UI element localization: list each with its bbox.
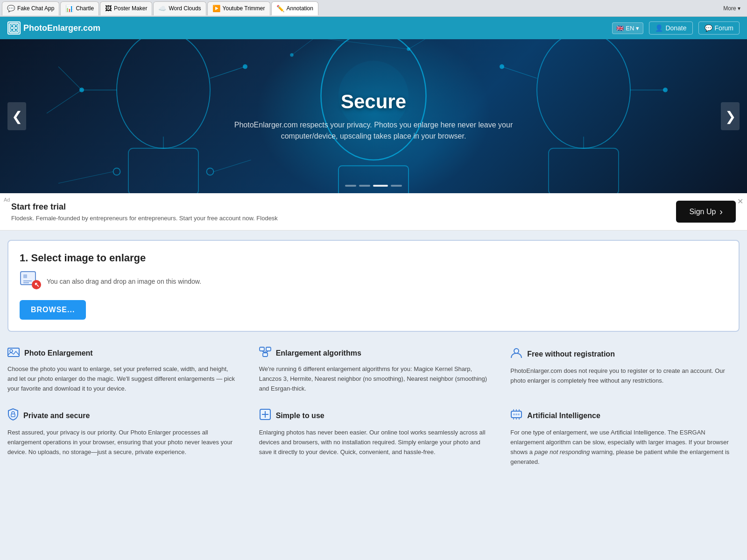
browse-label: BROWSE... [31, 306, 75, 314]
youtube-icon: ▶️ [212, 5, 220, 12]
hero-carousel: ❮ Secure PhotoEnlarger.com respects your… [0, 39, 747, 193]
feature-algorithms: Enlargement algorithms We're running 6 d… [259, 347, 488, 393]
algorithms-icon [259, 347, 271, 360]
feature-ai-title: Artificial Intelligence [527, 412, 600, 420]
carousel-dot-4[interactable] [391, 185, 402, 187]
tab-word-clouds-label: Word Clouds [169, 5, 201, 12]
drag-hint-text: You can also drag and drop an image on t… [47, 278, 201, 285]
feature-algo-title: Enlargement algorithms [276, 349, 361, 357]
svg-point-15 [207, 168, 214, 175]
donate-icon: 👤 [655, 24, 663, 32]
svg-rect-46 [263, 353, 268, 357]
svg-rect-45 [266, 347, 271, 351]
feature-photo-title: Photo Enlargement [24, 349, 93, 357]
svg-rect-12 [128, 148, 198, 193]
ad-banner: Ad Start free trial Flodesk. Female-foun… [0, 193, 747, 231]
donate-label: Donate [665, 24, 686, 32]
next-arrow-icon: ❯ [725, 109, 736, 124]
carousel-dot-1[interactable] [345, 185, 356, 187]
ad-cta-label: Sign Up [689, 208, 716, 216]
svg-point-9 [243, 64, 247, 69]
ad-cta-arrow-icon: › [719, 206, 723, 217]
chevron-down-icon: ▾ [636, 25, 639, 32]
annotation-icon: ✏️ [276, 5, 284, 12]
forum-button[interactable]: 💬 Forum [698, 21, 740, 35]
feature-simple-desc: Enlarging photos has never been easier. … [259, 428, 488, 457]
private-secure-icon [7, 408, 19, 423]
chartle-icon: 📊 [65, 5, 73, 12]
svg-line-7 [210, 67, 245, 78]
browser-tabs-bar: 💬 Fake Chat App 📊 Chartle 🖼 Poster Maker… [0, 0, 747, 17]
svg-point-22 [500, 64, 504, 69]
feature-ai-desc: For one type of enlargement, we use Arti… [510, 428, 740, 467]
browse-button[interactable]: BROWSE... [20, 300, 86, 320]
ad-signup-button[interactable]: Sign Up › [676, 201, 736, 223]
lang-label: EN [626, 25, 634, 32]
tab-poster-maker-label: Poster Maker [114, 5, 147, 12]
poster-maker-icon: 🖼 [105, 5, 112, 12]
photo-enlargement-icon [7, 347, 20, 360]
fake-chat-icon: 💬 [7, 5, 15, 12]
svg-rect-23 [549, 148, 619, 193]
tab-youtube-label: Youtube Trimmer [223, 5, 265, 12]
feature-algo-desc: We're running 6 different enlargement al… [259, 364, 488, 393]
svg-line-10 [47, 90, 82, 113]
svg-rect-1 [11, 25, 14, 28]
svg-rect-4 [14, 28, 17, 31]
carousel-next-button[interactable]: ❯ [721, 102, 740, 130]
tab-chartle[interactable]: 📊 Chartle [60, 1, 99, 15]
main-content: 1. Select image to enlarge ↖ You can als… [0, 231, 747, 480]
more-tabs-button[interactable]: More ▾ [719, 3, 745, 14]
prev-arrow-icon: ❮ [12, 109, 22, 124]
svg-line-11 [58, 67, 82, 90]
svg-point-64 [518, 413, 520, 415]
carousel-dot-2[interactable] [359, 185, 370, 187]
tab-poster-maker[interactable]: 🖼 Poster Maker [100, 1, 152, 15]
feature-simple-title: Simple to use [276, 412, 324, 420]
ad-description: Flodesk. Female-founded by entrepreneurs… [11, 215, 667, 222]
carousel-dot-3[interactable] [373, 185, 388, 187]
tab-fake-chat-label: Fake Chat App [17, 5, 54, 12]
svg-rect-3 [11, 28, 14, 31]
tab-youtube-trimmer[interactable]: ▶️ Youtube Trimmer [207, 1, 270, 15]
forum-label: Forum [715, 24, 733, 32]
logo-icon [7, 21, 21, 35]
flag-icon: 🇬🇧 [616, 25, 624, 32]
svg-rect-2 [14, 25, 17, 28]
carousel-prev-button[interactable]: ❮ [7, 102, 26, 130]
ad-title: Start free trial [11, 202, 667, 212]
svg-rect-42 [8, 348, 19, 357]
tab-fake-chat[interactable]: 💬 Fake Chat App [2, 1, 59, 15]
drag-drop-icon: ↖ [20, 271, 42, 292]
select-title: 1. Select image to enlarge [20, 252, 727, 264]
svg-rect-37 [23, 274, 27, 278]
svg-rect-44 [260, 347, 264, 351]
donate-button[interactable]: 👤 Donate [649, 21, 692, 35]
feature-free-title: Free without registration [527, 350, 615, 358]
feature-free-desc: PhotoEnlarger.com does not require you t… [510, 366, 740, 386]
hero-text: Secure PhotoEnlarger.com respects your p… [210, 91, 537, 142]
nav-bar: PhotoEnlarger.com 🇬🇧 EN ▾ 👤 Donate 💬 For… [0, 17, 747, 39]
svg-point-14 [113, 168, 120, 175]
feature-ai: Artificial Intelligence For one type of … [510, 408, 740, 467]
tab-word-clouds[interactable]: ☁️ Word Clouds [153, 1, 206, 15]
svg-point-62 [513, 413, 515, 415]
feature-photo-desc: Choose the photo you want to enlarge, se… [7, 364, 237, 393]
forum-icon: 💬 [705, 24, 712, 32]
free-registration-icon [510, 347, 522, 362]
ai-icon [510, 408, 522, 423]
ad-close-button[interactable]: ✕ [737, 197, 743, 206]
feature-private-title: Private and secure [23, 412, 90, 420]
site-logo[interactable]: PhotoEnlarger.com [7, 21, 100, 35]
features-grid: Photo Enlargement Choose the photo you w… [7, 343, 740, 471]
language-selector[interactable]: 🇬🇧 EN ▾ [612, 22, 643, 34]
word-clouds-icon: ☁️ [158, 5, 166, 12]
tab-annotation-label: Annotation [287, 5, 313, 12]
more-label: More ▾ [723, 5, 740, 12]
carousel-dots [345, 185, 402, 187]
svg-point-50 [514, 349, 519, 353]
feature-free-registration: Free without registration PhotoEnlarger.… [510, 347, 740, 393]
svg-point-5 [117, 39, 210, 148]
select-image-section: 1. Select image to enlarge ↖ You can als… [7, 240, 740, 332]
tab-annotation[interactable]: ✏️ Annotation [271, 1, 318, 15]
